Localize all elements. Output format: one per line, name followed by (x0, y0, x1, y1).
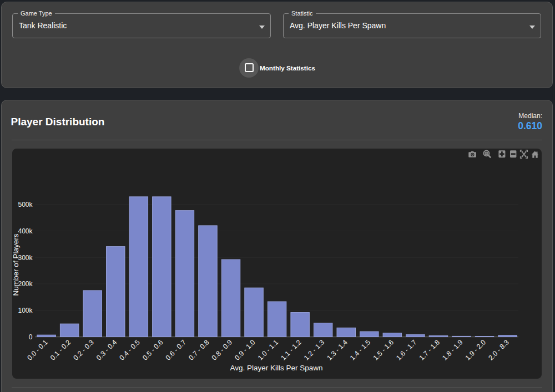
svg-text:0.0 - 0.1: 0.0 - 0.1 (26, 338, 49, 362)
svg-text:1.7 - 1.8: 1.7 - 1.8 (418, 338, 441, 362)
svg-text:1.4 - 1.5: 1.4 - 1.5 (349, 338, 372, 362)
svg-text:1.2 - 1.3: 1.2 - 1.3 (302, 338, 326, 362)
svg-text:0.4 - 0.5: 0.4 - 0.5 (118, 338, 142, 362)
svg-text:Number of Players: Number of Players (12, 233, 20, 296)
svg-text:200k: 200k (18, 280, 33, 288)
svg-text:0.7 - 0.8: 0.7 - 0.8 (187, 338, 210, 362)
svg-text:0.8 - 0.9: 0.8 - 0.9 (210, 338, 234, 362)
svg-text:1.5 - 1.6: 1.5 - 1.6 (372, 338, 395, 362)
svg-text:Avg. Player Kills Per Spawn: Avg. Player Kills Per Spawn (230, 364, 322, 372)
svg-text:1.9 - 2.0: 1.9 - 2.0 (464, 338, 487, 362)
svg-text:0: 0 (29, 333, 33, 341)
svg-text:0.5 - 0.6: 0.5 - 0.6 (141, 338, 164, 362)
svg-text:1.6 - 1.7: 1.6 - 1.7 (395, 338, 418, 362)
svg-text:100k: 100k (18, 307, 33, 314)
svg-text:0.6 - 0.7: 0.6 - 0.7 (164, 338, 188, 362)
svg-text:1.0 - 1.1: 1.0 - 1.1 (256, 338, 280, 362)
svg-text:0.3 - 0.4: 0.3 - 0.4 (95, 338, 118, 362)
svg-text:0.1 - 0.2: 0.1 - 0.2 (49, 338, 72, 362)
svg-text:0.9 - 1.0: 0.9 - 1.0 (233, 338, 256, 362)
svg-text:300k: 300k (18, 254, 33, 262)
svg-text:2.0 - 8.3: 2.0 - 8.3 (487, 338, 510, 362)
svg-text:1.8 - 1.9: 1.8 - 1.9 (441, 338, 464, 362)
svg-text:0.2 - 0.3: 0.2 - 0.3 (72, 338, 95, 362)
svg-text:400k: 400k (18, 227, 33, 235)
svg-text:1.1 - 1.2: 1.1 - 1.2 (279, 338, 302, 362)
svg-text:1.3 - 1.4: 1.3 - 1.4 (326, 338, 349, 362)
svg-text:500k: 500k (18, 201, 33, 208)
